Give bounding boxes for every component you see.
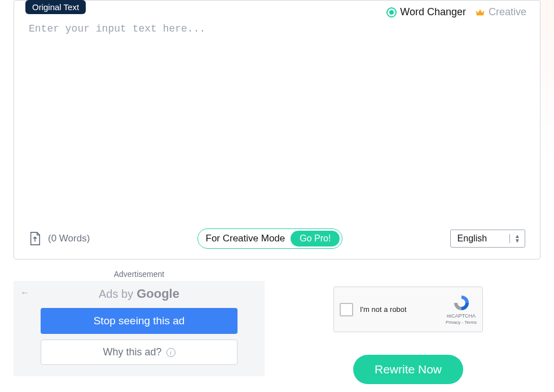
- upload-icon[interactable]: [29, 231, 41, 246]
- ad-box: ← Ads by Google Stop seeing this ad Why …: [14, 281, 265, 376]
- language-label: English: [458, 234, 487, 244]
- why-this-ad-button[interactable]: Why this ad? i: [41, 340, 238, 365]
- recaptcha-legal: Privacy - Terms: [446, 320, 477, 325]
- original-text-badge: Original Text: [25, 0, 86, 14]
- editor-panel: Original Text Word Changer Creative (0: [14, 0, 540, 259]
- mode-tabs: Word Changer Creative: [386, 6, 526, 18]
- tab-word-changer-label: Word Changer: [400, 6, 466, 18]
- ads-by-google: Ads by Google: [41, 287, 238, 301]
- creative-mode-pill[interactable]: For Creative Mode Go Pro!: [197, 228, 343, 249]
- google-logo-text: Google: [137, 287, 179, 301]
- recaptcha-logo-icon: [452, 294, 471, 312]
- recaptcha-text: I'm not a robot: [360, 305, 439, 314]
- why-ad-label: Why this ad?: [103, 346, 161, 358]
- ad-label: Advertisement: [14, 270, 265, 279]
- arrow-left-icon[interactable]: ←: [20, 288, 29, 298]
- go-pro-button[interactable]: Go Pro!: [291, 231, 340, 246]
- ad-column: Advertisement ← Ads by Google Stop seein…: [14, 270, 265, 384]
- tab-creative-label: Creative: [489, 6, 526, 18]
- chevron-up-down-icon: ▲▼: [509, 234, 520, 243]
- radio-selected-icon: [386, 7, 397, 17]
- word-count: (0 Words): [48, 233, 90, 244]
- language-select[interactable]: English ▲▼: [450, 230, 525, 248]
- editor-footer: (0 Words) For Creative Mode Go Pro! Engl…: [14, 221, 540, 259]
- rewrite-now-button[interactable]: Rewrite Now: [353, 355, 463, 384]
- action-column: I'm not a robot reCAPTCHA Privacy - Term…: [276, 270, 540, 384]
- info-icon: i: [166, 348, 175, 357]
- tab-word-changer[interactable]: Word Changer: [386, 6, 466, 18]
- stop-seeing-ad-button[interactable]: Stop seeing this ad: [41, 308, 238, 334]
- creative-mode-text: For Creative Mode: [206, 233, 285, 244]
- recaptcha-checkbox[interactable]: [340, 303, 353, 316]
- crown-icon: [475, 8, 485, 16]
- text-input[interactable]: [29, 23, 525, 221]
- recaptcha-privacy-link[interactable]: Privacy: [446, 320, 460, 325]
- ads-by-text: Ads by: [99, 288, 133, 301]
- recaptcha-brand: reCAPTCHA: [447, 313, 476, 319]
- tab-creative[interactable]: Creative: [475, 6, 526, 18]
- recaptcha-widget: I'm not a robot reCAPTCHA Privacy - Term…: [333, 287, 483, 332]
- recaptcha-terms-link[interactable]: Terms: [464, 320, 477, 325]
